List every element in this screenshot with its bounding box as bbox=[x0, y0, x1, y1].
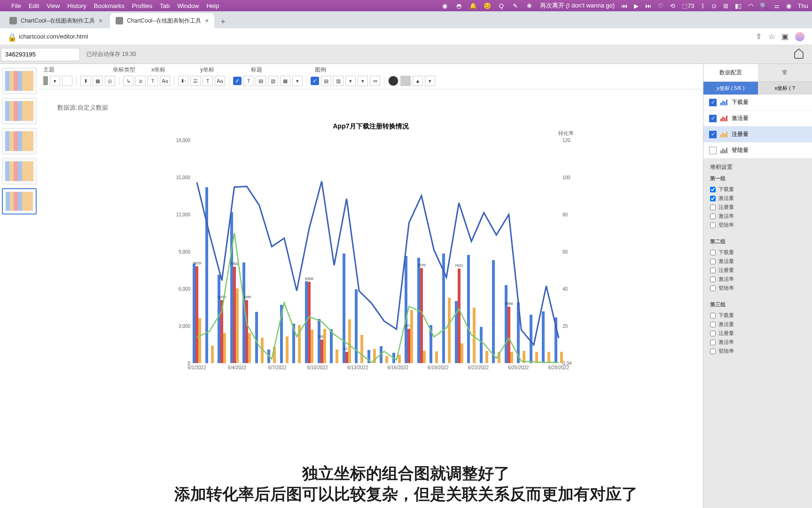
stack-item[interactable]: 激活量 bbox=[710, 257, 805, 266]
chart[interactable]: App7月下载注册转换情况 转化率 03,0006,0009,00012,000… bbox=[164, 119, 578, 382]
search-icon[interactable]: 🔍 bbox=[760, 2, 767, 9]
stack-item[interactable]: 下载量 bbox=[710, 248, 805, 257]
title-dropdown[interactable]: ▾ bbox=[292, 76, 303, 86]
theme-color-swatch[interactable] bbox=[47, 76, 48, 85]
legend-style-icon[interactable]: ▥ bbox=[333, 76, 344, 86]
wechat-icon[interactable]: ◓ bbox=[455, 2, 463, 9]
title-align-right-icon[interactable]: ▦ bbox=[280, 76, 290, 86]
menu-item[interactable]: Help bbox=[206, 2, 219, 9]
evernote-icon[interactable]: ❋ bbox=[526, 2, 533, 9]
stack-checkbox[interactable] bbox=[710, 286, 716, 291]
x-axis-text-icon[interactable]: T bbox=[148, 76, 158, 86]
stack-item[interactable]: 下载量 bbox=[710, 185, 805, 194]
series-row[interactable]: ✓注册量 bbox=[703, 127, 812, 143]
legend-enable-checkbox[interactable]: ✓ bbox=[311, 77, 319, 85]
series-checkbox[interactable]: ✓ bbox=[709, 131, 717, 138]
stack-checkbox[interactable] bbox=[710, 250, 716, 255]
tab-general[interactable]: 常 bbox=[758, 64, 812, 81]
legend-more-icon[interactable]: ▾ bbox=[358, 76, 368, 86]
template-thumb[interactable] bbox=[2, 98, 37, 124]
play-icon[interactable]: ▶ bbox=[634, 2, 639, 9]
stack-item[interactable]: 注册量 bbox=[710, 203, 805, 212]
close-tab-icon[interactable]: × bbox=[205, 17, 209, 24]
stack-checkbox[interactable] bbox=[710, 205, 716, 210]
wifi-icon[interactable]: ◠ bbox=[748, 2, 753, 9]
share-icon[interactable]: ⇧ bbox=[756, 32, 762, 41]
clock-day[interactable]: Thu bbox=[798, 2, 808, 9]
title-enable-checkbox[interactable]: ✓ bbox=[233, 77, 242, 85]
menu-item[interactable]: Window bbox=[177, 2, 199, 9]
menu-item[interactable]: Edit bbox=[29, 2, 39, 9]
stack-checkbox[interactable] bbox=[710, 259, 716, 264]
stack-checkbox[interactable] bbox=[710, 187, 716, 192]
axis-type-radial-icon[interactable]: ◎ bbox=[105, 76, 115, 86]
menu-item[interactable]: Tab bbox=[160, 2, 170, 9]
badge[interactable]: ⬚73 bbox=[682, 2, 694, 9]
x-axis-arrow-icon[interactable]: ↳ bbox=[123, 76, 133, 86]
stack-checkbox[interactable] bbox=[710, 196, 716, 201]
series-checkbox[interactable] bbox=[709, 147, 717, 154]
title-text-icon[interactable]: T bbox=[243, 76, 254, 86]
battery-icon[interactable]: ▮▯ bbox=[735, 2, 742, 9]
stack-checkbox[interactable] bbox=[710, 268, 716, 273]
color-picker-button[interactable]: ▾ bbox=[50, 76, 60, 86]
menu-item[interactable]: Profiles bbox=[132, 2, 152, 9]
y-axis-lines-icon[interactable]: ☰ bbox=[190, 76, 201, 86]
stack-item[interactable]: 激活量 bbox=[710, 194, 805, 203]
sync-icon[interactable]: ⊙ bbox=[711, 2, 717, 9]
stack-item[interactable]: 激活率 bbox=[710, 338, 805, 347]
marker-triangle-icon[interactable]: ▲ bbox=[413, 76, 423, 86]
menu-item[interactable]: Bookmarks bbox=[94, 2, 125, 9]
stack-item[interactable]: 登陆率 bbox=[710, 347, 805, 356]
series-checkbox[interactable]: ✓ bbox=[709, 99, 717, 106]
marker-dropdown[interactable]: ▾ bbox=[425, 76, 435, 86]
profile-avatar[interactable] bbox=[795, 32, 804, 41]
template-thumb[interactable] bbox=[2, 158, 37, 184]
stack-item[interactable]: 注册量 bbox=[710, 266, 805, 275]
bell-icon[interactable]: 🔔 bbox=[469, 2, 477, 9]
browser-tab[interactable]: ChartCool--在线图表制作工具× bbox=[4, 13, 108, 28]
y-axis-arrow-icon[interactable]: ⬍˒ bbox=[178, 76, 188, 86]
marker-square-icon[interactable] bbox=[400, 76, 411, 86]
x-axis-format-icon[interactable]: Aa bbox=[160, 76, 170, 86]
stack-checkbox[interactable] bbox=[710, 322, 716, 327]
stack-checkbox[interactable] bbox=[710, 214, 716, 219]
legend-pos-icon[interactable]: ▤ bbox=[321, 76, 331, 86]
legend-opts-icon[interactable]: ▾ bbox=[345, 76, 356, 86]
chat-icon[interactable]: Q bbox=[498, 2, 505, 9]
y-axis-text-icon[interactable]: T bbox=[203, 76, 213, 86]
stack-item[interactable]: 下载量 bbox=[710, 311, 805, 320]
siri-icon[interactable]: ◉ bbox=[786, 2, 791, 9]
legend-link-icon[interactable]: ⇔ bbox=[370, 76, 380, 86]
emoji-icon[interactable]: 😊 bbox=[484, 2, 491, 9]
bg-color-button[interactable] bbox=[62, 76, 72, 86]
close-tab-icon[interactable]: × bbox=[99, 17, 102, 24]
x-axis-tab[interactable]: x坐标 ( ? bbox=[758, 82, 812, 95]
series-row[interactable]: ✓下载量 bbox=[703, 95, 812, 111]
control-center-icon[interactable]: ⚌ bbox=[774, 2, 780, 9]
axis-type-bar-icon[interactable]: ⬍ bbox=[80, 76, 91, 86]
chart-id-input[interactable] bbox=[1, 48, 80, 61]
stack-checkbox[interactable] bbox=[710, 222, 716, 228]
series-row[interactable]: ✓激活量 bbox=[703, 111, 812, 127]
x-axis-ticks-icon[interactable]: ⫼ bbox=[135, 76, 146, 86]
series-row[interactable]: 登陆量 bbox=[703, 143, 812, 159]
menu-item[interactable]: View bbox=[47, 2, 60, 9]
axis-type-grid-icon[interactable]: ▦ bbox=[93, 76, 103, 86]
title-align-center-icon[interactable]: ▥ bbox=[268, 76, 278, 86]
tab-data-config[interactable]: 数据配置 bbox=[703, 64, 758, 81]
stack-item[interactable]: 激活率 bbox=[710, 212, 805, 221]
title-align-left-icon[interactable]: ▤ bbox=[256, 76, 266, 86]
stack-item[interactable]: 注册量 bbox=[710, 329, 805, 338]
stack-checkbox[interactable] bbox=[710, 340, 716, 345]
bookmark-star-icon[interactable]: ☆ bbox=[768, 32, 775, 41]
marker-circle-icon[interactable] bbox=[388, 76, 398, 86]
stack-checkbox[interactable] bbox=[710, 277, 716, 282]
stack-checkbox[interactable] bbox=[710, 313, 716, 318]
bluetooth-icon[interactable]: ᛒ bbox=[701, 2, 705, 9]
now-playing[interactable]: 再次离开 (I don't wanna go) bbox=[540, 1, 615, 10]
home-icon[interactable] bbox=[793, 48, 807, 62]
loop-icon[interactable]: ⟲ bbox=[670, 2, 675, 9]
browser-tab[interactable]: ChartCool--在线图表制作工具× bbox=[110, 13, 214, 28]
stack-item[interactable]: 激活量 bbox=[710, 320, 805, 329]
